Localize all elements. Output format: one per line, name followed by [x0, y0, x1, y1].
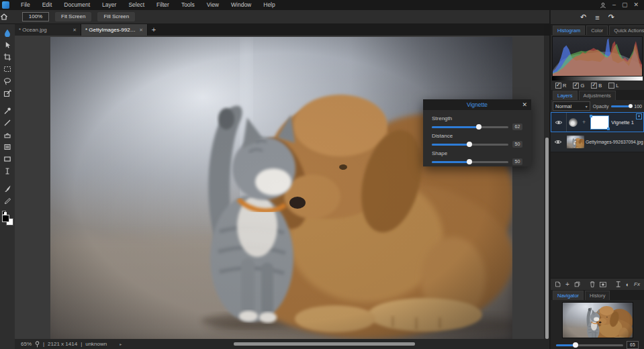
redo-icon[interactable]: ↷: [608, 13, 614, 21]
layer-mask-icon[interactable]: [600, 281, 606, 288]
horizontal-scrollbar-thumb[interactable]: [234, 342, 415, 346]
shape-slider[interactable]: [432, 161, 508, 163]
new-layer-icon[interactable]: [555, 281, 561, 288]
remove-layer-badge[interactable]: ✕: [636, 113, 642, 119]
cat-and-dog-photo: [563, 303, 633, 338]
undo-icon[interactable]: ↶: [580, 13, 586, 21]
dialog-title-bar[interactable]: Vignette ✕: [423, 99, 531, 110]
close-tab-icon[interactable]: ✕: [73, 28, 77, 33]
eyedropper-tool-button[interactable]: [1, 105, 13, 116]
layer-row-photo[interactable]: GettyImages-992637094.jpg: [551, 132, 644, 152]
tab-color[interactable]: Color: [586, 26, 608, 35]
blur-tool-button[interactable]: [1, 28, 13, 38]
clone-tool-button[interactable]: [1, 130, 13, 140]
home-button[interactable]: [0, 13, 16, 21]
tab-adjustments[interactable]: Adjustments: [579, 91, 616, 100]
line-icon: [3, 119, 11, 127]
account-icon[interactable]: [600, 2, 606, 9]
shape-value: 50: [512, 158, 522, 165]
cat-and-dog-photo: [50, 37, 512, 339]
transform-tool-button[interactable]: [1, 88, 13, 99]
menu-document[interactable]: Document: [58, 0, 96, 10]
navigator-thumbnail[interactable]: [562, 302, 633, 338]
move-tool-button[interactable]: [1, 40, 13, 50]
brush-tool-button[interactable]: [1, 183, 13, 194]
channel-red-checkbox[interactable]: R: [555, 83, 566, 89]
strength-value: 62: [512, 123, 522, 130]
tab-navigator[interactable]: Navigator: [553, 291, 584, 300]
channel-luminance-checkbox[interactable]: L: [608, 83, 618, 89]
right-panel: ↶ ≡ ↷ Histogram Color Quick Actions R: [551, 10, 644, 349]
color-swatches[interactable]: [2, 213, 13, 223]
layer-effects-icon[interactable]: Fx: [634, 281, 640, 287]
tab-histogram[interactable]: Histogram: [553, 26, 585, 35]
minimize-button[interactable]: –: [612, 0, 616, 10]
opacity-slider[interactable]: [611, 105, 631, 107]
add-layer-icon[interactable]: +: [565, 281, 569, 288]
menu-filter[interactable]: Filter: [150, 0, 175, 10]
vertical-scrollbar-thumb[interactable]: [545, 138, 549, 339]
vertical-scrollbar[interactable]: [544, 36, 549, 339]
close-tab-icon[interactable]: ✕: [139, 28, 143, 33]
adjustment-layer-icon[interactable]: ◐: [626, 281, 629, 288]
new-tab-button[interactable]: +: [148, 24, 160, 36]
menu-file[interactable]: File: [15, 0, 36, 10]
dialog-close-icon[interactable]: ✕: [522, 99, 527, 110]
doc-tab-gettyimages[interactable]: * GettyImages-992637094... ✕: [81, 24, 148, 36]
photo-image[interactable]: [50, 37, 512, 339]
navigator-zoom-fill: [556, 344, 576, 346]
doc-tab-ocean[interactable]: * Ocean.jpg ✕: [15, 24, 81, 36]
photo-layer-thumbnail[interactable]: [567, 136, 584, 148]
layer-visibility-toggle[interactable]: [551, 113, 567, 132]
tab-quick-actions[interactable]: Quick Actions: [609, 26, 644, 35]
close-button[interactable]: ✕: [633, 0, 639, 10]
menu-edit[interactable]: Edit: [36, 0, 58, 10]
maximize-button[interactable]: ▢: [622, 0, 628, 10]
channel-green-checkbox[interactable]: G: [573, 83, 584, 89]
zoom-level-field[interactable]: 100%: [22, 12, 49, 21]
delete-layer-icon[interactable]: [590, 281, 595, 288]
tab-history[interactable]: History: [585, 291, 610, 300]
shape-tool-button[interactable]: [1, 154, 13, 164]
vignette-dialog[interactable]: Vignette ✕ Strength 62 Distance 50: [423, 99, 531, 166]
hamburger-menu-icon[interactable]: ≡: [595, 13, 599, 21]
menu-view[interactable]: View: [201, 0, 225, 10]
foreground-color-swatch[interactable]: [2, 215, 9, 222]
adjustment-icon[interactable]: [616, 281, 620, 288]
fit-screen-button[interactable]: Fit Screen: [55, 12, 91, 21]
lasso-tool-button[interactable]: [1, 76, 13, 87]
blend-mode-dropdown[interactable]: Normal ▾: [553, 101, 590, 111]
brush-icon: [3, 185, 11, 193]
tool-palette: [0, 24, 15, 349]
layer-visibility-toggle[interactable]: [551, 139, 565, 145]
layer-name[interactable]: GettyImages-992637094.jpg: [586, 140, 643, 144]
crop-tool-button[interactable]: [1, 52, 13, 62]
line-tool-button[interactable]: [1, 117, 13, 128]
navigator-zoom-slider[interactable]: [556, 344, 623, 346]
menu-layer[interactable]: Layer: [96, 0, 122, 10]
layer-row-vignette[interactable]: + Vignette 1 ✕: [551, 112, 644, 132]
marquee-tool-button[interactable]: [1, 64, 13, 74]
distance-slider[interactable]: [432, 144, 508, 146]
gradient-tool-button[interactable]: [1, 142, 13, 152]
menu-window[interactable]: Window: [225, 0, 257, 10]
tab-layers[interactable]: Layers: [553, 91, 578, 100]
canvas-area[interactable]: Vignette ✕ Strength 62 Distance 50: [15, 36, 544, 339]
menu-tools[interactable]: Tools: [175, 0, 201, 10]
status-expand-icon[interactable]: ▸: [120, 342, 122, 346]
duplicate-layer-icon[interactable]: [574, 281, 580, 288]
text-tool-button[interactable]: [1, 166, 13, 177]
layer-name[interactable]: Vignette 1: [611, 119, 634, 126]
gradient-icon: [3, 143, 11, 151]
pencil-tool-button[interactable]: [1, 195, 13, 206]
strength-slider[interactable]: [432, 126, 508, 128]
vignette-mask-thumbnail[interactable]: [591, 116, 608, 129]
fill-screen-button[interactable]: Fill Screen: [97, 12, 135, 21]
link-mask-icon[interactable]: +: [582, 119, 586, 126]
navigator-zoom-value[interactable]: 65: [627, 341, 639, 349]
menu-help[interactable]: Help: [257, 0, 281, 10]
checkbox-icon: [573, 83, 579, 89]
channel-blue-checkbox[interactable]: B: [591, 83, 602, 89]
blend-mode-value: Normal: [555, 103, 571, 109]
menu-select[interactable]: Select: [122, 0, 150, 10]
